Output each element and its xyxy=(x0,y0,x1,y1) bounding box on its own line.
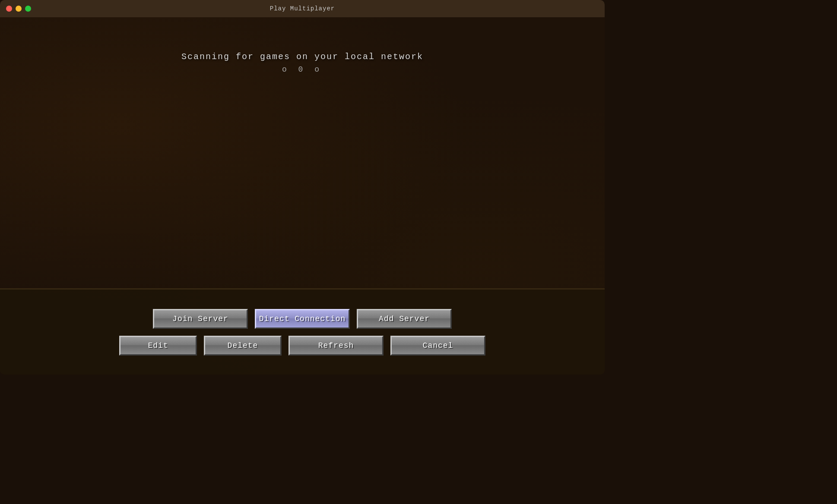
button-area: Join Server Direct Connection Add Server… xyxy=(0,288,605,375)
edit-button[interactable]: Edit xyxy=(119,336,197,356)
window-title: Play Multiplayer xyxy=(270,5,335,12)
scanning-dots: o 0 o xyxy=(282,65,323,74)
minimize-button[interactable] xyxy=(16,6,22,12)
title-bar: Play Multiplayer xyxy=(0,0,605,17)
cancel-button[interactable]: Cancel xyxy=(390,336,485,356)
main-content: Scanning for games on your local network… xyxy=(0,17,605,375)
join-server-button[interactable]: Join Server xyxy=(153,309,248,329)
scanning-text: Scanning for games on your local network xyxy=(181,52,423,62)
button-row-2: Edit Delete Refresh Cancel xyxy=(119,336,485,356)
direct-connection-button[interactable]: Direct Connection xyxy=(255,309,350,329)
delete-button[interactable]: Delete xyxy=(204,336,282,356)
maximize-button[interactable] xyxy=(25,6,31,12)
add-server-button[interactable]: Add Server xyxy=(357,309,452,329)
traffic-lights xyxy=(6,6,31,12)
refresh-button[interactable]: Refresh xyxy=(289,336,384,356)
close-button[interactable] xyxy=(6,6,12,12)
button-row-1: Join Server Direct Connection Add Server xyxy=(153,309,452,329)
scanning-area: Scanning for games on your local network… xyxy=(0,17,605,288)
